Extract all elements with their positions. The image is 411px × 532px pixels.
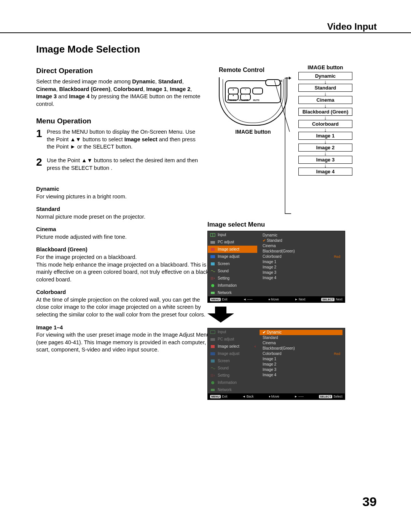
page-number: 39 [362, 494, 377, 509]
loop-arrow-icon [284, 77, 291, 216]
svg-rect-14 [211, 359, 215, 363]
direct-operation-heading: Direct Operation [36, 67, 204, 75]
menu-operation-heading: Menu Operation [36, 117, 204, 125]
svg-rect-6 [211, 262, 215, 265]
remote-control-diagram: IMAGE ▲ ▼ D.ZOOM ＋ － VOLUME MUTE [219, 77, 287, 126]
page-title: Image Mode Selection [36, 43, 377, 55]
header-rule [0, 32, 411, 33]
direct-operation-text: Select the desired image mode among Dyna… [36, 78, 204, 108]
down-arrow-icon [207, 307, 234, 323]
section-title: Video Input [327, 21, 377, 32]
svg-rect-4 [211, 248, 215, 251]
osd-panel-1: Input PC adjust Image select› Image adju… [207, 231, 345, 303]
svg-marker-1 [289, 77, 291, 80]
svg-rect-3 [210, 241, 215, 244]
flow-box: Image 4 [298, 168, 352, 176]
svg-point-7 [211, 284, 214, 287]
svg-rect-5 [210, 255, 215, 258]
image-mode-flow: IMAGE button Dynamic ↓ Standard ↓ Cinema… [291, 64, 360, 176]
svg-point-15 [211, 381, 214, 384]
step-2: 2 Use the Point ▲▼ buttons to select the… [36, 157, 204, 172]
svg-rect-12 [211, 345, 215, 348]
svg-rect-16 [211, 389, 215, 391]
svg-rect-13 [210, 352, 215, 355]
svg-marker-9 [207, 307, 234, 323]
osd-title: Image select Menu [207, 221, 344, 228]
svg-rect-10 [210, 331, 215, 334]
remote-control-title: Remote Control [219, 67, 287, 73]
svg-rect-11 [210, 338, 215, 341]
svg-rect-8 [211, 292, 215, 294]
osd-panel-2: Input PC adjust Image select‹ Image adju… [207, 328, 345, 400]
step-1: 1 Press the MENU button to display the O… [36, 128, 204, 151]
